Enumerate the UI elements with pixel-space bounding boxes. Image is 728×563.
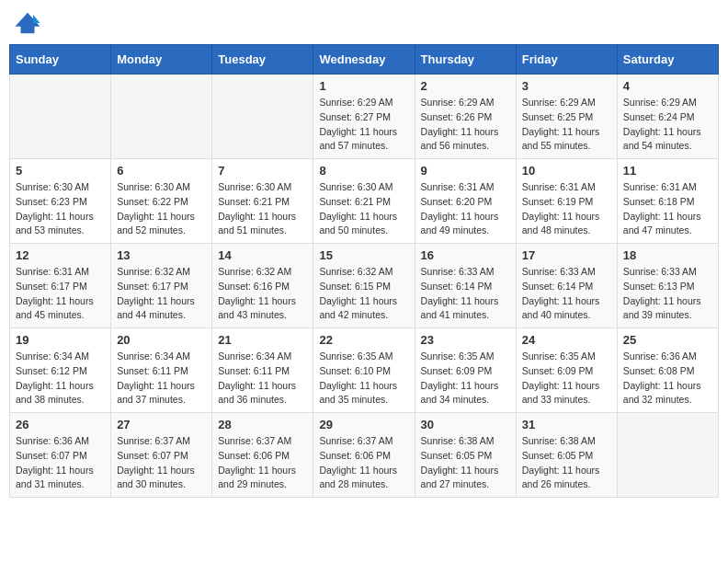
day-info: Sunrise: 6:34 AMSunset: 6:11 PMDaylight:… — [117, 350, 206, 408]
day-info-line: Sunset: 6:17 PM — [16, 281, 87, 292]
day-number: 9 — [421, 164, 510, 178]
calendar-cell: 6Sunrise: 6:30 AMSunset: 6:22 PMDaylight… — [111, 159, 212, 244]
day-info: Sunrise: 6:34 AMSunset: 6:12 PMDaylight:… — [16, 350, 105, 408]
day-info-line: Sunrise: 6:29 AM — [623, 97, 697, 108]
day-info: Sunrise: 6:34 AMSunset: 6:11 PMDaylight:… — [218, 350, 307, 408]
day-info: Sunrise: 6:30 AMSunset: 6:21 PMDaylight:… — [319, 180, 408, 238]
day-info-line: Sunrise: 6:32 AM — [218, 266, 291, 277]
day-number: 16 — [421, 248, 510, 262]
day-info-line: Sunset: 6:18 PM — [623, 196, 695, 207]
day-info-line: Daylight: 11 hours and 56 minutes. — [421, 126, 499, 152]
day-info-line: Sunset: 6:05 PM — [421, 450, 493, 461]
calendar-cell: 1Sunrise: 6:29 AMSunset: 6:27 PMDaylight… — [313, 75, 415, 159]
day-number: 30 — [421, 418, 510, 431]
calendar-cell: 30Sunrise: 6:38 AMSunset: 6:05 PMDayligh… — [415, 413, 516, 498]
day-number: 15 — [319, 248, 408, 262]
calendar-cell: 18Sunrise: 6:33 AMSunset: 6:13 PMDayligh… — [617, 244, 718, 328]
day-info-line: Sunrise: 6:38 AM — [522, 435, 596, 446]
day-info-line: Sunrise: 6:34 AM — [117, 350, 190, 362]
calendar-cell: 10Sunrise: 6:31 AMSunset: 6:19 PMDayligh… — [516, 159, 617, 244]
day-info-line: Sunrise: 6:36 AM — [16, 435, 89, 446]
calendar-cell: 11Sunrise: 6:31 AMSunset: 6:18 PMDayligh… — [617, 159, 718, 244]
day-info-line: Daylight: 11 hours and 28 minutes. — [319, 465, 397, 490]
day-info-line: Sunset: 6:05 PM — [522, 450, 594, 461]
day-info-line: Sunrise: 6:37 AM — [218, 435, 291, 446]
day-info-line: Daylight: 11 hours and 52 minutes. — [117, 211, 195, 236]
day-number: 21 — [218, 333, 307, 347]
day-info-line: Daylight: 11 hours and 34 minutes. — [421, 380, 499, 406]
calendar-week-3: 12Sunrise: 6:31 AMSunset: 6:17 PMDayligh… — [10, 244, 719, 328]
day-info-line: Sunset: 6:12 PM — [16, 365, 87, 376]
calendar-cell — [617, 413, 718, 498]
calendar-cell: 22Sunrise: 6:35 AMSunset: 6:10 PMDayligh… — [313, 328, 415, 413]
day-info-line: Sunset: 6:17 PM — [117, 281, 188, 292]
calendar-cell: 14Sunrise: 6:32 AMSunset: 6:16 PMDayligh… — [212, 244, 313, 328]
day-info-line: Sunrise: 6:33 AM — [522, 266, 596, 277]
day-info-line: Sunset: 6:10 PM — [319, 365, 391, 376]
calendar-cell — [212, 75, 313, 159]
logo-icon — [14, 9, 41, 37]
day-info-line: Sunset: 6:06 PM — [319, 450, 391, 461]
day-info: Sunrise: 6:36 AMSunset: 6:08 PMDaylight:… — [623, 350, 712, 408]
day-info-line: Sunrise: 6:35 AM — [522, 350, 596, 362]
day-header-thursday: Thursday — [415, 45, 516, 75]
day-number: 1 — [319, 79, 408, 93]
day-info-line: Sunrise: 6:33 AM — [623, 266, 697, 277]
day-number: 14 — [218, 248, 307, 262]
day-info-line: Daylight: 11 hours and 27 minutes. — [421, 465, 499, 490]
day-info-line: Sunset: 6:27 PM — [319, 111, 391, 122]
day-info: Sunrise: 6:33 AMSunset: 6:14 PMDaylight:… — [421, 265, 510, 323]
day-headers-row: SundayMondayTuesdayWednesdayThursdayFrid… — [10, 45, 719, 75]
day-info: Sunrise: 6:37 AMSunset: 6:07 PMDaylight:… — [117, 434, 206, 492]
day-info-line: Sunset: 6:08 PM — [623, 365, 695, 376]
day-info-line: Daylight: 11 hours and 39 minutes. — [623, 295, 701, 321]
calendar-table: SundayMondayTuesdayWednesdayThursdayFrid… — [9, 44, 719, 498]
day-info-line: Daylight: 11 hours and 45 minutes. — [16, 295, 94, 321]
day-number: 27 — [117, 418, 206, 431]
day-info-line: Daylight: 11 hours and 31 minutes. — [16, 465, 94, 490]
day-info: Sunrise: 6:30 AMSunset: 6:22 PMDaylight:… — [117, 180, 206, 238]
day-info-line: Sunset: 6:14 PM — [522, 281, 594, 292]
day-info-line: Sunset: 6:21 PM — [319, 196, 391, 207]
calendar-cell: 3Sunrise: 6:29 AMSunset: 6:25 PMDaylight… — [516, 75, 617, 159]
day-header-friday: Friday — [516, 45, 617, 75]
day-info-line: Sunrise: 6:34 AM — [218, 350, 291, 362]
day-info-line: Sunset: 6:07 PM — [117, 450, 188, 461]
day-info: Sunrise: 6:29 AMSunset: 6:24 PMDaylight:… — [623, 96, 712, 154]
day-info: Sunrise: 6:30 AMSunset: 6:23 PMDaylight:… — [16, 180, 105, 238]
day-info-line: Sunset: 6:09 PM — [522, 365, 594, 376]
day-info-line: Sunset: 6:25 PM — [522, 111, 594, 122]
day-info-line: Daylight: 11 hours and 30 minutes. — [117, 465, 195, 490]
day-info-line: Daylight: 11 hours and 40 minutes. — [522, 295, 600, 321]
day-info-line: Sunset: 6:11 PM — [218, 365, 290, 376]
calendar-cell: 8Sunrise: 6:30 AMSunset: 6:21 PMDaylight… — [313, 159, 415, 244]
day-info-line: Sunset: 6:14 PM — [421, 281, 493, 292]
day-info: Sunrise: 6:32 AMSunset: 6:17 PMDaylight:… — [117, 265, 206, 323]
calendar-cell: 23Sunrise: 6:35 AMSunset: 6:09 PMDayligh… — [415, 328, 516, 413]
day-info-line: Sunrise: 6:31 AM — [522, 181, 596, 192]
day-info-line: Sunrise: 6:35 AM — [319, 350, 392, 362]
day-info-line: Daylight: 11 hours and 38 minutes. — [16, 380, 94, 406]
day-info-line: Sunrise: 6:38 AM — [421, 435, 495, 446]
calendar-cell — [111, 75, 212, 159]
day-info-line: Sunrise: 6:30 AM — [16, 181, 89, 192]
day-info-line: Sunrise: 6:34 AM — [16, 350, 89, 362]
day-info-line: Sunrise: 6:33 AM — [421, 266, 495, 277]
day-info-line: Sunset: 6:16 PM — [218, 281, 290, 292]
calendar-cell: 24Sunrise: 6:35 AMSunset: 6:09 PMDayligh… — [516, 328, 617, 413]
day-info-line: Daylight: 11 hours and 43 minutes. — [218, 295, 296, 321]
day-info: Sunrise: 6:33 AMSunset: 6:13 PMDaylight:… — [623, 265, 712, 323]
day-info-line: Daylight: 11 hours and 26 minutes. — [522, 465, 600, 490]
day-info-line: Daylight: 11 hours and 35 minutes. — [319, 380, 397, 406]
day-info-line: Sunset: 6:24 PM — [623, 111, 695, 122]
day-info-line: Daylight: 11 hours and 42 minutes. — [319, 295, 397, 321]
day-info-line: Daylight: 11 hours and 48 minutes. — [522, 211, 600, 236]
day-info-line: Sunrise: 6:29 AM — [319, 97, 392, 108]
day-number: 25 — [623, 333, 712, 347]
calendar-week-5: 26Sunrise: 6:36 AMSunset: 6:07 PMDayligh… — [10, 413, 719, 498]
day-info-line: Daylight: 11 hours and 33 minutes. — [522, 380, 600, 406]
day-info-line: Sunrise: 6:29 AM — [522, 97, 596, 108]
day-info-line: Daylight: 11 hours and 36 minutes. — [218, 380, 296, 406]
day-info: Sunrise: 6:32 AMSunset: 6:16 PMDaylight:… — [218, 265, 307, 323]
day-number: 24 — [522, 333, 611, 347]
